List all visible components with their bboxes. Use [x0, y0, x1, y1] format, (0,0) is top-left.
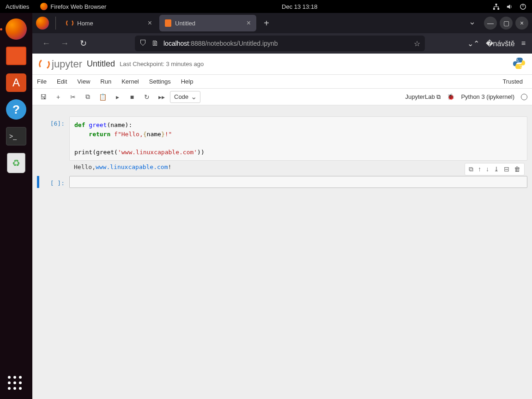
restart-run-all-button[interactable]: ▸▸: [155, 91, 168, 103]
move-up-icon[interactable]: ↑: [478, 165, 481, 173]
dock-firefox[interactable]: [5, 18, 28, 41]
restart-button[interactable]: ↻: [140, 91, 153, 103]
jupyterlab-link[interactable]: JupyterLab ⧉: [405, 93, 441, 101]
cell-type-select[interactable]: Code: [170, 91, 200, 103]
close-icon[interactable]: ×: [247, 19, 251, 27]
svg-rect-0: [496, 3, 497, 5]
code-input[interactable]: [69, 176, 527, 188]
network-icon[interactable]: [493, 3, 500, 10]
tab-label: Home: [77, 20, 93, 27]
trash-icon: ♻: [7, 153, 25, 173]
save-button[interactable]: 🖫: [37, 91, 50, 103]
notebook-icon: [165, 19, 171, 27]
menu-help[interactable]: Help: [181, 78, 193, 85]
paste-button[interactable]: 📋: [96, 91, 109, 103]
software-icon: A: [6, 73, 26, 92]
jupyter-logo[interactable]: jupyter: [39, 58, 82, 70]
hamburger-menu-icon[interactable]: ≡: [521, 39, 526, 48]
new-tab-button[interactable]: +: [258, 18, 275, 29]
menu-file[interactable]: File: [37, 78, 47, 85]
url-bar[interactable]: ⛉ 🗎 localhost:8888/notebooks/Untitled.ip…: [135, 36, 425, 51]
duplicate-icon[interactable]: ⧉: [469, 165, 473, 173]
cell-prompt: [6]:: [37, 116, 69, 173]
pocket-icon[interactable]: ⌄⌃: [467, 39, 479, 48]
dock-terminal[interactable]: >_: [5, 125, 28, 148]
app-indicator[interactable]: Firefox Web Browser: [40, 3, 106, 10]
tab-bar: Home × Untitled × + ⌄ — ▢ ×: [32, 13, 532, 33]
code-output: Hello,www.linuxcapable.com!: [69, 161, 527, 173]
url-text: localhost:8888/notebooks/Untitled.ipynb: [163, 40, 278, 47]
trusted-indicator[interactable]: Trusted: [498, 77, 527, 86]
checkpoint-text: Last Checkpoint: 3 minutes ago: [120, 60, 204, 67]
notebook-title[interactable]: Untitled: [87, 59, 115, 69]
debug-icon[interactable]: 🐞: [447, 93, 454, 100]
close-button[interactable]: ×: [515, 17, 528, 30]
maximize-button[interactable]: ▢: [500, 17, 513, 30]
close-icon[interactable]: ×: [148, 19, 152, 27]
kernel-name[interactable]: Python 3 (ipykernel): [461, 93, 514, 100]
menu-settings[interactable]: Settings: [149, 78, 171, 85]
tab-label: Untitled: [175, 20, 195, 27]
jupyter-icon: [38, 58, 51, 71]
firefox-icon: [40, 3, 48, 10]
menu-bar: File Edit View Run Kernel Settings Help …: [32, 75, 532, 89]
insert-below-icon[interactable]: ⊟: [504, 165, 509, 173]
files-icon: [6, 47, 26, 65]
code-input[interactable]: def greet(name): return f"Hello,{name}!"…: [69, 116, 527, 161]
show-apps-button[interactable]: [8, 376, 24, 393]
delete-icon[interactable]: 🗑: [514, 165, 520, 173]
power-icon[interactable]: [520, 3, 526, 10]
reload-button[interactable]: ↻: [76, 36, 91, 51]
svg-rect-1: [493, 8, 495, 10]
clock[interactable]: Dec 13 13:18: [106, 3, 493, 10]
python-logo: [513, 57, 526, 72]
svg-point-6: [520, 66, 521, 67]
code-cell[interactable]: [6]: def greet(name): return f"Hello,{na…: [37, 116, 527, 173]
dock-software[interactable]: A: [5, 71, 28, 94]
cell-prompt: [ ]:: [37, 176, 69, 188]
activities-button[interactable]: Activities: [6, 3, 29, 10]
nav-toolbar: ← → ↻ ⛉ 🗎 localhost:8888/notebooks/Untit…: [32, 33, 532, 54]
firefox-window: Home × Untitled × + ⌄ — ▢ × ← → ↻ ⛉ 🗎 lo…: [32, 13, 532, 399]
tabs-dropdown-icon[interactable]: ⌄: [463, 17, 481, 30]
cut-button[interactable]: ✂: [66, 91, 79, 103]
copy-button[interactable]: ⧉: [81, 91, 94, 103]
dock: A ? >_ ♻: [0, 13, 32, 399]
tab-home[interactable]: Home ×: [60, 15, 157, 31]
firefox-icon: [6, 18, 27, 40]
extensions-icon[interactable]: �návště: [486, 39, 515, 48]
bookmark-icon[interactable]: ☆: [414, 39, 420, 48]
code-cell[interactable]: [ ]: ⧉ ↑ ↓ ⤓ ⊟ 🗑: [37, 176, 527, 188]
stop-button[interactable]: ■: [126, 91, 139, 103]
menu-kernel[interactable]: Kernel: [121, 78, 139, 85]
firefox-icon: [36, 17, 49, 30]
dock-trash[interactable]: ♻: [5, 151, 28, 175]
notebook-body[interactable]: [6]: def greet(name): return f"Hello,{na…: [32, 105, 532, 399]
app-name: Firefox Web Browser: [50, 3, 106, 10]
back-button[interactable]: ←: [39, 36, 54, 51]
cell-toolbar: ⧉ ↑ ↓ ⤓ ⊟ 🗑: [465, 163, 525, 175]
output-link[interactable]: www.linuxcapable.com: [96, 163, 168, 170]
minimize-button[interactable]: —: [484, 17, 497, 30]
dock-help[interactable]: ?: [5, 98, 28, 121]
insert-cell-button[interactable]: +: [52, 91, 65, 103]
move-down-icon[interactable]: ↓: [486, 165, 489, 173]
run-button[interactable]: ▸: [111, 91, 124, 103]
insert-above-icon[interactable]: ⤓: [494, 165, 499, 173]
menu-edit[interactable]: Edit: [57, 78, 67, 85]
shield-icon[interactable]: ⛉: [139, 39, 147, 48]
menu-run[interactable]: Run: [100, 78, 111, 85]
page-info-icon[interactable]: 🗎: [151, 39, 159, 48]
dock-files[interactable]: [5, 44, 28, 67]
svg-point-5: [516, 59, 517, 60]
kernel-status-icon[interactable]: [521, 94, 527, 100]
help-icon: ?: [6, 99, 26, 120]
volume-icon[interactable]: [506, 3, 513, 10]
svg-rect-2: [497, 8, 499, 10]
gnome-top-panel: Activities Firefox Web Browser Dec 13 13…: [0, 0, 532, 13]
terminal-icon: >_: [6, 127, 26, 145]
jupyter-header: jupyter Untitled Last Checkpoint: 3 minu…: [32, 54, 532, 75]
tab-untitled[interactable]: Untitled ×: [159, 15, 256, 31]
toolbar: 🖫 + ✂ ⧉ 📋 ▸ ■ ↻ ▸▸ Code JupyterLab ⧉ 🐞 P…: [32, 89, 532, 105]
menu-view[interactable]: View: [77, 78, 90, 85]
